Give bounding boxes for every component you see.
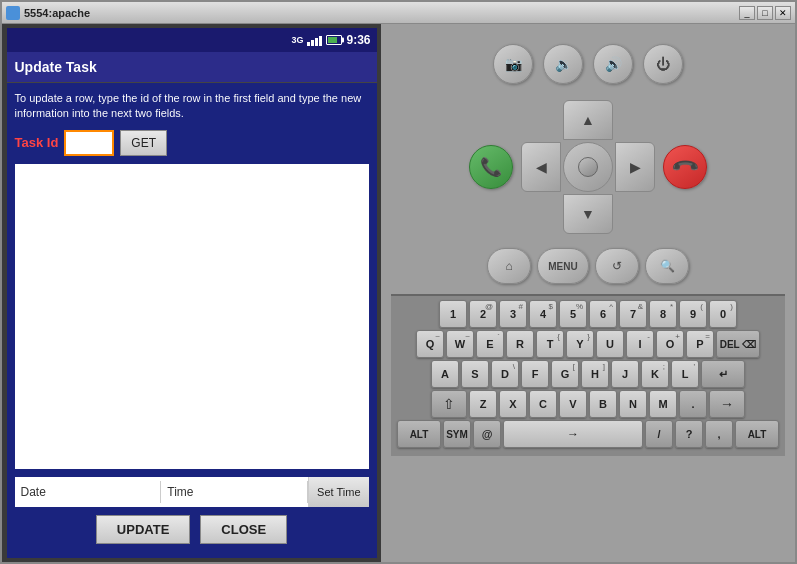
menu-button[interactable]: MENU	[537, 248, 589, 284]
time-field[interactable]: Time	[161, 481, 308, 503]
key-0[interactable]: )0	[709, 300, 737, 328]
search-button[interactable]: 🔍	[645, 248, 689, 284]
key-u[interactable]: U	[596, 330, 624, 358]
volume-down-button[interactable]: 🔉	[543, 44, 583, 84]
key-e[interactable]: `E	[476, 330, 504, 358]
close-window-button[interactable]: ✕	[775, 6, 791, 20]
keyboard-row-asdf: A S \D F [G ]H J ;K 'L ↵	[397, 360, 779, 388]
status-time: 9:36	[346, 33, 370, 47]
window-controls: _ □ ✕	[739, 6, 791, 20]
key-5[interactable]: %5	[559, 300, 587, 328]
controls-panel: 📷 🔉 🔊 ⏻ 📞 ▲ ◀	[381, 24, 795, 562]
key-shift-right[interactable]: →	[709, 390, 745, 418]
dpad-down-button[interactable]: ▼	[563, 194, 613, 234]
title-bar: 5554:apache _ □ ✕	[2, 2, 795, 24]
key-r[interactable]: R	[506, 330, 534, 358]
key-y[interactable]: }Y	[566, 330, 594, 358]
home-button[interactable]: ⌂	[487, 248, 531, 284]
key-slash[interactable]: /	[645, 420, 673, 448]
bar4	[319, 36, 322, 46]
key-7[interactable]: &7	[619, 300, 647, 328]
key-i[interactable]: -I	[626, 330, 654, 358]
volume-up-button[interactable]: 🔊	[593, 44, 633, 84]
key-alt-right[interactable]: ALT	[735, 420, 779, 448]
key-k[interactable]: ;K	[641, 360, 669, 388]
key-z[interactable]: Z	[469, 390, 497, 418]
key-d[interactable]: \D	[491, 360, 519, 388]
key-n[interactable]: N	[619, 390, 647, 418]
back-button[interactable]: ↺	[595, 248, 639, 284]
task-id-row: Task Id GET	[15, 130, 369, 156]
date-field[interactable]: Date	[15, 481, 162, 503]
camera-button[interactable]: 📷	[493, 44, 533, 84]
update-button[interactable]: UPDATE	[96, 515, 190, 544]
title-bar-left: 5554:apache	[6, 6, 90, 20]
power-icon: ⏻	[656, 56, 670, 72]
maximize-button[interactable]: □	[757, 6, 773, 20]
key-3[interactable]: #3	[499, 300, 527, 328]
dpad: ▲ ◀ ▶ ▼	[521, 100, 655, 234]
key-q[interactable]: ~Q	[416, 330, 444, 358]
content-text-area[interactable]	[15, 164, 369, 469]
call-red-button[interactable]: 📞	[663, 145, 707, 189]
call-green-button[interactable]: 📞	[469, 145, 513, 189]
action-row: UPDATE CLOSE	[15, 515, 369, 550]
key-j[interactable]: J	[611, 360, 639, 388]
power-button[interactable]: ⏻	[643, 44, 683, 84]
key-2[interactable]: @2	[469, 300, 497, 328]
key-p[interactable]: =P	[686, 330, 714, 358]
key-g[interactable]: [G	[551, 360, 579, 388]
menu-label: MENU	[548, 261, 577, 272]
key-question[interactable]: ?	[675, 420, 703, 448]
key-o[interactable]: +O	[656, 330, 684, 358]
key-8[interactable]: *8	[649, 300, 677, 328]
key-x[interactable]: X	[499, 390, 527, 418]
key-alt-left[interactable]: ALT	[397, 420, 441, 448]
close-button[interactable]: CLOSE	[200, 515, 287, 544]
window-title: 5554:apache	[24, 7, 90, 19]
set-time-button[interactable]: Set Time	[308, 477, 368, 507]
dpad-right-button[interactable]: ▶	[615, 142, 655, 192]
key-f[interactable]: F	[521, 360, 549, 388]
task-id-input[interactable]	[64, 130, 114, 156]
key-9[interactable]: (9	[679, 300, 707, 328]
key-h[interactable]: ]H	[581, 360, 609, 388]
app-body: To update a row, type the id of the row …	[7, 83, 377, 558]
key-t[interactable]: {T	[536, 330, 564, 358]
task-textarea[interactable]	[15, 164, 369, 469]
key-space[interactable]: →	[503, 420, 643, 448]
key-del[interactable]: DEL ⌫	[716, 330, 760, 358]
key-a[interactable]: A	[431, 360, 459, 388]
date-time-row: Date Time Set Time	[15, 477, 369, 507]
dpad-up-button[interactable]: ▲	[563, 100, 613, 140]
signal-bars	[307, 34, 322, 46]
key-b[interactable]: B	[589, 390, 617, 418]
key-l[interactable]: 'L	[671, 360, 699, 388]
battery-icon	[326, 35, 342, 45]
key-6[interactable]: ^6	[589, 300, 617, 328]
key-at[interactable]: @	[473, 420, 501, 448]
keyboard-row-numbers: 1 @2 #3 $4 %5 ^6 &7 *8 (9 )0	[397, 300, 779, 328]
key-s[interactable]: S	[461, 360, 489, 388]
key-enter[interactable]: ↵	[701, 360, 745, 388]
volume-up-icon: 🔊	[605, 56, 622, 72]
key-w[interactable]: ~W	[446, 330, 474, 358]
key-4[interactable]: $4	[529, 300, 557, 328]
key-shift-left[interactable]: ⇧	[431, 390, 467, 418]
key-c[interactable]: C	[529, 390, 557, 418]
camera-icon: 📷	[505, 56, 522, 72]
key-sym[interactable]: SYM	[443, 420, 471, 448]
bar3	[315, 38, 318, 46]
dpad-left-button[interactable]: ◀	[521, 142, 561, 192]
key-comma[interactable]: ,	[705, 420, 733, 448]
get-button[interactable]: GET	[120, 130, 167, 156]
key-v[interactable]: V	[559, 390, 587, 418]
key-1[interactable]: 1	[439, 300, 467, 328]
keyboard-row-zxcv: ⇧ Z X C V B N M . →	[397, 390, 779, 418]
dpad-center-button[interactable]	[563, 142, 613, 192]
back-icon: ↺	[612, 259, 622, 273]
key-m[interactable]: M	[649, 390, 677, 418]
key-period[interactable]: .	[679, 390, 707, 418]
window-frame: 5554:apache _ □ ✕ 3G	[0, 0, 797, 564]
minimize-button[interactable]: _	[739, 6, 755, 20]
